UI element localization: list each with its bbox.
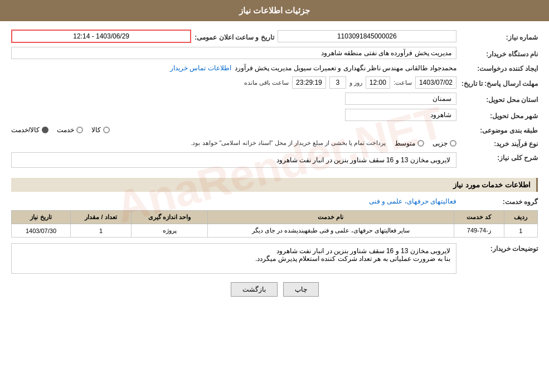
send-time-label: ساعت: — [393, 79, 412, 86]
send-date-value: 1403/07/02 — [415, 76, 456, 89]
category-option-khadamat[interactable]: خدمت — [57, 126, 83, 134]
services-table: ردیف کد خدمت نام خدمت واحد اندازه گیری ت… — [11, 210, 538, 238]
col-header-name: نام خدمت — [208, 211, 454, 224]
print-button[interactable]: چاپ — [283, 282, 319, 297]
send-days-value: 3 — [329, 76, 346, 89]
category-label: طبقه بندی موضوعی: — [460, 125, 538, 134]
cell-name: سایر فعالیتهای حرفهای، علمی و فنی طبقهبن… — [208, 224, 454, 238]
announce-datetime-label: تاریخ و ساعت اعلان عمومی: — [195, 32, 274, 41]
send-deadline-label: مهلت ارسال پاسخ: تا تاریخ: — [460, 78, 538, 88]
col-header-date: تاریخ نیاز — [12, 211, 71, 224]
contact-link[interactable]: اطلاعات تماس خریدار — [170, 64, 231, 72]
service-group-value[interactable]: فعالیتهای حرفهای، علمی و فنی — [369, 197, 456, 205]
cell-unit: پروژه — [132, 224, 208, 238]
col-header-unit: واحد اندازه گیری — [132, 211, 208, 224]
need-number-value: 1103091845000026 — [278, 30, 456, 42]
send-remaining-label: ساعت باقی مانده — [244, 79, 289, 86]
back-button[interactable]: بازگشت — [231, 282, 278, 297]
page-header: جزئیات اطلاعات نیاز — [0, 0, 549, 21]
need-number-label: شماره نیاز: — [460, 32, 538, 41]
process-note: پرداخت تمام یا بخشی از مبلغ خریدار از مح… — [191, 139, 386, 147]
cell-row: 1 — [504, 224, 537, 238]
creator-value: محمدجواد طالقانی مهندس ناظر نگهداری و تع… — [235, 64, 456, 72]
send-time-value: 12:00 — [366, 76, 390, 89]
cell-code: ز-74-749 — [454, 224, 504, 238]
send-remaining-value: 23:29:19 — [292, 76, 326, 89]
general-desc-value: لایروبی مخازن 13 و 16 سقف شناور بنزین در… — [11, 152, 456, 168]
buyer-desc-value: لایروبی مخازن 13 و 16 سقف شناور بنزین در… — [11, 243, 456, 274]
col-header-row: ردیف — [504, 211, 537, 224]
action-buttons: چاپ بازگشت — [11, 282, 538, 297]
process-radio-motavaset — [417, 140, 424, 147]
category-option-kala[interactable]: کالا — [91, 126, 110, 134]
province-value: سمنان — [345, 93, 456, 105]
category-radio-kala — [103, 127, 110, 133]
category-radio-khadamat — [76, 127, 83, 133]
process-option-motavaset[interactable]: متوسط — [395, 139, 424, 147]
service-group-label: گروه خدمت: — [460, 196, 538, 206]
buyer-desc-label: توضیحات خریدار: — [460, 243, 538, 253]
general-desc-label: شرح کلی نیاز: — [460, 152, 538, 162]
province-label: استان محل تحویل: — [460, 94, 538, 104]
process-radio-jozii — [450, 140, 456, 147]
process-options: متوسط جزیی — [395, 139, 456, 147]
send-days-label: روز و — [349, 79, 362, 86]
col-header-quantity: تعداد / مقدار — [71, 211, 132, 224]
category-option-kala-khadamat[interactable]: کالا/خدمت — [11, 126, 48, 134]
page-title: جزئیات اطلاعات نیاز — [239, 6, 310, 15]
announce-datetime-value: 1403/06/29 - 12:14 — [11, 30, 191, 43]
cell-quantity: 1 — [71, 224, 132, 238]
category-options: کالا/خدمت خدمت کالا — [11, 126, 456, 134]
cell-date: 1403/07/30 — [12, 224, 71, 238]
col-header-code: کد خدمت — [454, 211, 504, 224]
city-label: شهر محل تحویل: — [460, 110, 538, 120]
category-radio-kala-khadamat — [42, 127, 48, 133]
process-label: نوع فرآیند خرید: — [460, 138, 538, 148]
requester-org-label: نام دستگاه خریدار: — [460, 49, 538, 58]
process-option-jozii[interactable]: جزیی — [433, 139, 456, 147]
requester-org-value: مدیریت پخش فرآورده های نفتی منطقه شاهرود — [11, 47, 456, 59]
table-row: 1 ز-74-749 سایر فعالیتهای حرفهای، علمی و… — [12, 224, 538, 238]
city-value: شاهرود — [345, 109, 456, 121]
creator-label: ایجاد کننده درخواست: — [460, 63, 538, 72]
services-section-title: اطلاعات خدمات مورد نیاز — [11, 178, 538, 192]
